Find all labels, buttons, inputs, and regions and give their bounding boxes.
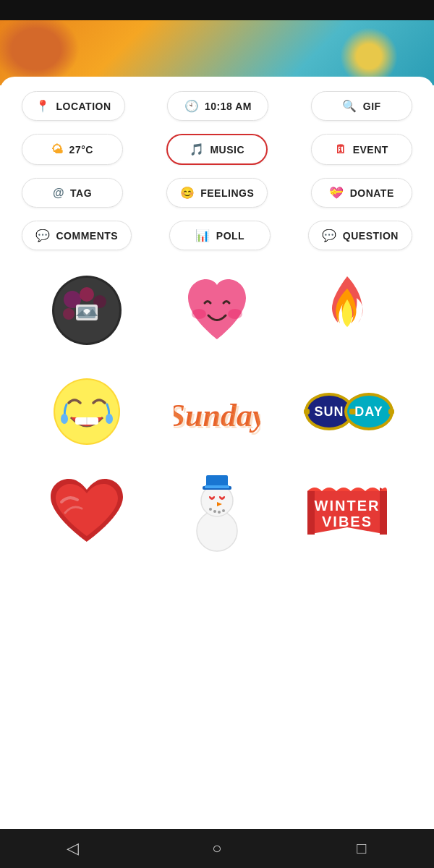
comments-button[interactable]: 💬 COMMENTS [22, 221, 132, 250]
button-row-3: @ TAG 😊 FEELINGS 💝 DONATE [22, 178, 412, 208]
sticker-red-heart[interactable] [25, 466, 148, 560]
location-button[interactable]: 📍 LOCATION [22, 91, 125, 121]
header-image [0, 20, 434, 85]
feelings-icon: 😊 [180, 186, 195, 200]
gif-icon: 🔍 [342, 99, 357, 113]
svg-point-3 [80, 287, 94, 302]
donate-icon: 💝 [329, 186, 344, 200]
gif-label: GIF [363, 101, 381, 112]
comments-icon: 💬 [35, 229, 51, 242]
svg-point-10 [192, 309, 206, 319]
sticker-snowman[interactable] [156, 466, 278, 560]
svg-rect-25 [304, 409, 310, 414]
sticker-sunday[interactable]: Sunday Sunday [156, 365, 278, 459]
comments-label: COMMENTS [56, 230, 119, 242]
sticker-heart-face[interactable] [156, 263, 278, 357]
laugh-cry-svg [51, 375, 123, 448]
sticker-sunday-glasses[interactable]: SUN DAY [286, 365, 409, 459]
recent-button[interactable]: □ [340, 834, 383, 863]
svg-point-36 [218, 511, 221, 514]
weather-icon: 🌤 [51, 143, 64, 156]
poll-button[interactable]: 📊 POLL [169, 221, 271, 250]
svg-point-37 [222, 509, 225, 512]
weather-button[interactable]: 🌤 27°C [22, 134, 123, 165]
sticker-laugh-cry[interactable] [25, 365, 148, 459]
photo-circle-svg [51, 274, 123, 346]
time-button[interactable]: 🕙 10:18 AM [167, 91, 268, 121]
svg-point-35 [213, 510, 216, 513]
svg-text:WINTER: WINTER [315, 498, 380, 514]
home-button[interactable]: ○ [195, 834, 239, 863]
sticker-winter-vibes[interactable]: WINTER VIBES [286, 466, 409, 560]
winter-vibes-svg: WINTER VIBES [304, 480, 391, 545]
gif-button[interactable]: 🔍 GIF [311, 91, 412, 121]
bottom-nav: ◁ ○ □ [0, 829, 434, 868]
snowman-svg [184, 473, 250, 553]
back-button[interactable]: ◁ [51, 834, 94, 863]
red-heart-svg [47, 477, 127, 549]
svg-text:DAY: DAY [354, 404, 383, 419]
time-icon: 🕙 [184, 99, 200, 113]
music-button[interactable]: 🎵 MUSIC [166, 134, 268, 165]
svg-point-5 [63, 308, 75, 320]
location-label: LOCATION [56, 101, 111, 112]
location-icon: 📍 [35, 99, 51, 113]
tag-label: TAG [70, 187, 92, 199]
svg-text:VIBES: VIBES [322, 514, 373, 529]
button-row-2: 🌤 27°C 🎵 MUSIC 🗓 EVENT [22, 134, 412, 165]
music-icon: 🎵 [190, 142, 205, 156]
fire-svg [315, 271, 380, 350]
poll-icon: 📊 [195, 229, 210, 242]
time-label: 10:18 AM [205, 101, 252, 112]
svg-rect-33 [205, 485, 229, 488]
heart-face-svg [181, 271, 253, 350]
sunday-svg: Sunday Sunday [174, 386, 260, 437]
back-icon: ◁ [67, 839, 79, 858]
recent-icon: □ [357, 839, 366, 858]
sunday-glasses-svg: SUN DAY [300, 383, 394, 441]
event-icon: 🗓 [335, 143, 347, 156]
question-button[interactable]: 💬 QUESTION [308, 221, 412, 250]
event-button[interactable]: 🗓 EVENT [311, 134, 412, 165]
button-row-1: 📍 LOCATION 🕙 10:18 AM 🔍 GIF [22, 91, 412, 121]
svg-point-14 [61, 414, 68, 424]
svg-rect-26 [388, 409, 394, 414]
weather-label: 27°C [69, 144, 93, 156]
event-label: EVENT [353, 144, 388, 156]
feelings-label: FEELINGS [200, 187, 254, 199]
home-icon: ○ [212, 839, 221, 858]
svg-point-11 [228, 309, 242, 319]
sticker-fire[interactable] [286, 263, 409, 357]
music-label: MUSIC [210, 144, 244, 156]
button-row-4: 💬 COMMENTS 📊 POLL 💬 QUESTION [22, 221, 412, 250]
poll-label: POLL [216, 230, 244, 242]
svg-text:Sunday: Sunday [174, 400, 260, 435]
sticker-grid: Sunday Sunday SUN [22, 263, 412, 560]
question-label: QUESTION [343, 230, 399, 242]
svg-point-34 [209, 508, 212, 511]
donate-label: DONATE [350, 187, 394, 199]
tag-button[interactable]: @ TAG [22, 178, 123, 208]
question-icon: 💬 [322, 229, 337, 242]
status-bar [0, 0, 434, 20]
tag-icon: @ [53, 187, 64, 200]
sticker-photo-circle[interactable] [25, 263, 148, 357]
feelings-button[interactable]: 😊 FEELINGS [166, 178, 268, 208]
donate-button[interactable]: 💝 DONATE [311, 178, 412, 208]
main-card: 📍 LOCATION 🕙 10:18 AM 🔍 GIF 🌤 27°C 🎵 MUS… [0, 77, 434, 567]
svg-point-15 [106, 414, 113, 424]
svg-text:SUN: SUN [314, 404, 344, 419]
